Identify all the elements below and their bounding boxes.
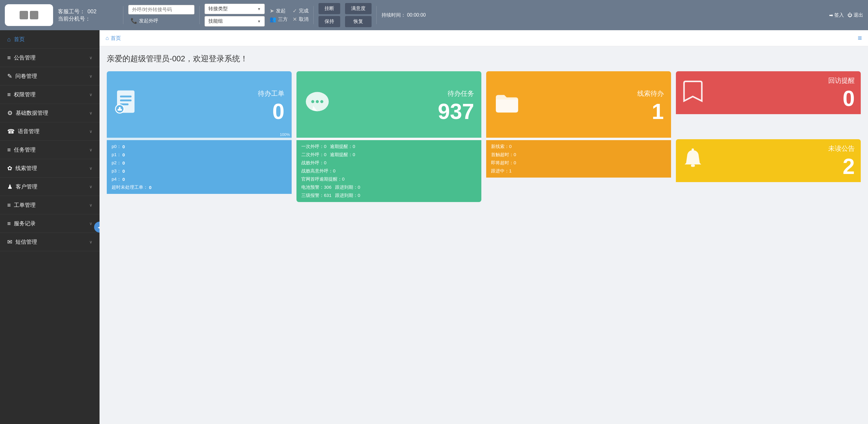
chevron-icon: ∨ [89,147,92,152]
sign-out-button[interactable]: ⏻ 退出 [847,12,863,19]
sign-in-icon: ➡ [829,12,833,18]
bell-icon [683,148,703,173]
send-icon: ➤ [270,7,274,14]
transfer-type-select[interactable]: 转接类型 ▼ [205,4,265,14]
breadcrumb: ⌂ 首页 [105,35,121,42]
agent-id-value: 002 [88,8,96,15]
chevron-down-icon: ▼ [257,19,261,24]
stat-row: 超时未处理工单：0 [112,185,287,190]
x-icon: ✕ [292,16,297,23]
call-section: 📞 发起外呼 [128,5,194,25]
permission-icon: ≡ [7,91,11,98]
svg-rect-2 [120,100,131,102]
stat-row: p1：0 [112,152,287,158]
sidebar-item-customer[interactable]: ♟ 客户管理 ∨ [0,177,99,196]
action-buttons-2: ✓ 完成 ✕ 取消 [292,7,309,23]
stat-row: 官网首呼逾期提醒：0 [301,176,476,182]
sidebar-item-label: 问卷管理 [16,73,86,80]
svg-point-10 [320,100,323,103]
stat-p1: p1：0 [112,152,125,158]
sidebar-item-base-data[interactable]: ⚙ 基础数据管理 ∨ [0,104,99,122]
sidebar-item-label: 任务管理 [14,146,86,153]
progress-bar-task [297,138,482,140]
hold-button[interactable]: 保持 [318,16,340,27]
chevron-icon: ∨ [89,111,92,115]
cancel-button[interactable]: ✕ 取消 [292,16,309,23]
outbound-button[interactable]: 📞 发起外呼 [128,16,194,25]
sidebar-item-clue[interactable]: ✿ 线索管理 ∨ [0,159,99,177]
survey-icon: ✎ [7,73,12,80]
sidebar-item-sms[interactable]: ✉ 短信管理 ∨ [0,233,99,251]
task-icon: ≡ [7,146,11,153]
sidebar-item-workorder[interactable]: ≡ 工单管理 ∨ [0,196,99,215]
svg-rect-12 [691,164,695,167]
sidebar-item-survey[interactable]: ✎ 问卷管理 ∨ [0,67,99,85]
task-card: 待办任务 937 一次外呼：0 逾期提醒：0 二次外呼：0 [297,71,482,202]
sidebar-item-label: 首页 [14,36,92,43]
stat-overtime: 超时未处理工单：0 [112,185,151,190]
dashboard: 亲爱的超级管理员-002，欢迎登录系统！ [99,46,868,209]
announcement-card-top: 未读公告 2 [676,139,861,182]
complete-button[interactable]: ✓ 完成 [292,7,309,14]
clue-card: 线索待办 1 新线索：0 首触超时：0 [486,71,671,202]
breadcrumb-bar: ⌂ 首页 ≡ [99,30,868,46]
welcome-message: 亲爱的超级管理员-002，欢迎登录系统！ [107,53,861,64]
service-icon: ≡ [7,220,11,227]
sidebar-item-label: 客户管理 [16,183,86,190]
sidebar-item-permission[interactable]: ≡ 权限管理 ∨ [0,85,99,104]
chevron-icon: ∨ [89,203,92,207]
sidebar-item-task[interactable]: ≡ 任务管理 ∨ [0,141,99,159]
sidebar-item-home[interactable]: ⌂ 首页 [0,30,99,49]
stat-row: p3：0 [112,168,287,174]
control-buttons: 挂断 保持 [318,3,340,27]
sidebar-item-label: 短信管理 [16,238,86,246]
stat-row: 二次外呼：0 逾期提醒：0 [301,152,476,158]
sidebar-item-label: 线索管理 [16,165,86,172]
extension-label: 当前分机号： [58,15,91,22]
sidebar-item-label: 语音管理 [18,128,86,135]
restore-button[interactable]: 恢复 [345,16,372,27]
workorder-card-info: 待办工单 0 [258,89,284,122]
sidebar-item-label: 公告管理 [14,54,86,61]
sidebar-item-service[interactable]: ≡ 服务记录 ∨ [0,215,99,233]
folder-icon [493,89,521,120]
stat-row: 首触超时：0 [491,152,666,158]
three-party-button[interactable]: 👥 三方 [270,16,288,23]
sidebar-item-announcement[interactable]: ≡ 公告管理 ∨ [0,49,99,67]
people-icon: 👥 [270,16,276,23]
base-data-icon: ⚙ [7,109,13,117]
call-input[interactable] [128,5,194,15]
svg-point-9 [316,100,319,103]
clue-icon: ✿ [7,165,12,172]
sign-buttons: ➡ 签入 ⏻ 退出 [829,12,863,19]
transfer-section: 转接类型 ▼ 技能组 ▼ [205,4,265,27]
sidebar-item-voice[interactable]: ☎ 语音管理 ∨ [0,122,99,141]
hangup-button[interactable]: 挂断 [318,3,340,14]
satisfaction-button[interactable]: 满意度 [345,3,372,14]
chevron-icon: ∨ [89,221,92,226]
stat-row: p2：0 [112,160,287,166]
list-view-icon[interactable]: ≡ [858,34,862,42]
sign-in-button[interactable]: ➡ 签入 [829,12,844,19]
chevron-down-icon: ▼ [257,7,261,11]
stat-p0: p0：0 [112,144,125,149]
revisit-card-top: 回访提醒 0 [676,71,861,114]
breadcrumb-label: 首页 [111,35,121,42]
agent-info: 客服工号： 002 当前分机号： [58,8,118,22]
voice-icon: ☎ [7,128,15,135]
clue-card-info: 线索待办 1 [637,89,664,122]
cards-row: 待办工单 0 100% p0：0 p1：0 [107,71,861,202]
action-buttons: ➤ 发起 👥 三方 [270,7,288,23]
workorder-card: 待办工单 0 100% p0：0 p1：0 [107,71,292,202]
skill-group-select[interactable]: 技能组 ▼ [205,16,265,27]
stat-row: 战败外呼：0 [301,160,476,166]
stat-row: p4：0 [112,176,287,182]
stat-row: 电池预警：306 跟进到期：0 [301,185,476,190]
document-icon [114,89,141,120]
initiate-button[interactable]: ➤ 发起 [270,7,288,14]
breadcrumb-home-icon: ⌂ [105,35,109,41]
stat-p3: p3：0 [112,168,125,174]
sidebar: ◀ ⌂ 首页 ≡ 公告管理 ∨ ✎ 问卷管理 ∨ ≡ 权限管理 ∨ ⚙ 基础数据… [0,30,99,424]
timer-section: 持续时间： 00:00:00 [381,12,448,19]
bookmark-icon [683,80,703,106]
